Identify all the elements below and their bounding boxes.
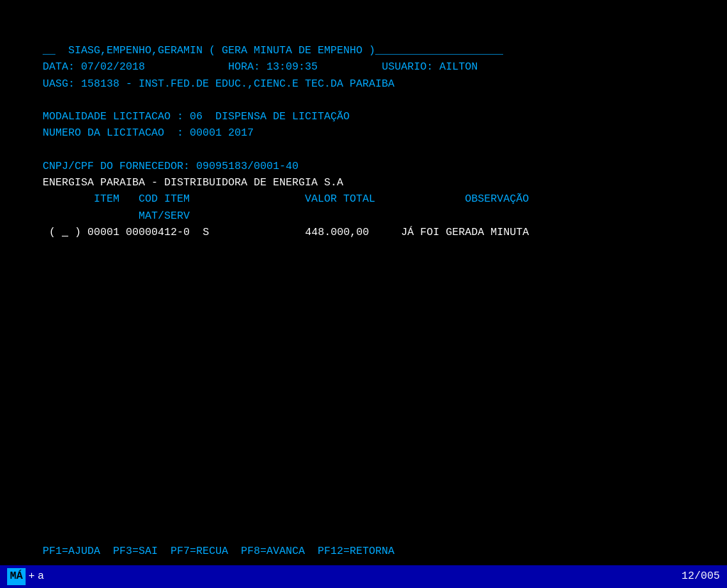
modalidade-line: MODALIDADE LICITACAO : 06 DISPENSA DE LI… bbox=[43, 109, 684, 125]
numero-value: 00001 2017 bbox=[190, 127, 254, 139]
data-hora-line: DATA: 07/02/2018 HORA: 13:09:35 USUARIO:… bbox=[43, 59, 684, 75]
col-valor-total-header: VALOR TOTAL bbox=[305, 193, 375, 205]
status-bar: MÁ + a 12/005 bbox=[0, 565, 727, 588]
data-label: DATA: bbox=[43, 61, 75, 73]
status-left: MÁ + a bbox=[7, 568, 682, 584]
modalidade-label: MODALIDADE LICITACAO : bbox=[43, 111, 183, 123]
spacer-2 bbox=[43, 142, 684, 158]
numero-line: NUMERO DA LICITACAO : 00001 2017 bbox=[43, 125, 684, 141]
usuario-value: AILTON bbox=[439, 61, 478, 73]
function-keys-bar: PF1=AJUDA PF3=SAI PF7=RECUA PF8=AVANCA P… bbox=[43, 543, 394, 560]
usuario-label: USUARIO: bbox=[382, 61, 433, 73]
col-mat-serv-header: MAT/SERV bbox=[139, 210, 190, 222]
row-mat-serv: S bbox=[203, 227, 209, 239]
row-observacao: JÁ FOI GERADA MINUTA bbox=[401, 227, 529, 239]
cnpj-label: CNPJ/CPF DO FORNECEDOR: bbox=[43, 160, 190, 173]
cnpj-line: CNPJ/CPF DO FORNECEDOR: 09095183/0001-40 bbox=[43, 158, 684, 175]
col-observacao-header: OBSERVAÇÃO bbox=[465, 193, 529, 205]
header-title-line: __ SIASG,EMPENHO,GERAMIN ( GERA MINUTA D… bbox=[43, 43, 684, 59]
status-ma-label: MÁ bbox=[7, 568, 26, 584]
cnpj-value: 09095183/0001-40 bbox=[196, 160, 298, 173]
row-item: 00001 bbox=[87, 227, 119, 239]
main-content: __ SIASG,EMPENHO,GERAMIN ( GERA MINUTA D… bbox=[0, 0, 727, 241]
spacer-1 bbox=[43, 92, 684, 109]
status-plus: + bbox=[28, 568, 35, 584]
col-item-header: ITEM bbox=[94, 193, 119, 205]
status-letter: a bbox=[38, 568, 44, 584]
table-header-row2: MAT/SERV bbox=[43, 208, 684, 224]
hora-label: HORA: bbox=[228, 61, 260, 73]
hora-value: 13:09:35 bbox=[266, 61, 318, 73]
row-checkbox[interactable]: ( _ ) bbox=[49, 227, 81, 239]
uasg-value: 158138 - INST.FED.DE EDUC.,CIENC.E TEC.D… bbox=[81, 78, 394, 90]
terminal-screen: __ SIASG,EMPENHO,GERAMIN ( GERA MINUTA D… bbox=[0, 0, 727, 588]
row-valor-total: 448.000,00 bbox=[305, 227, 369, 239]
status-page-number: 12/005 bbox=[682, 568, 720, 584]
col-cod-item-header: COD ITEM bbox=[139, 193, 190, 205]
data-value: 07/02/2018 bbox=[81, 61, 145, 73]
uasg-label: UASG: bbox=[43, 78, 75, 90]
uasg-line: UASG: 158138 - INST.FED.DE EDUC.,CIENC.E… bbox=[43, 76, 684, 92]
row-cod-item: 00000412-0 bbox=[126, 227, 190, 239]
table-header-row1: ITEM COD ITEM VALOR TOTAL OBSERVAÇÃO bbox=[43, 191, 684, 207]
table-data-row: ( _ ) 00001 00000412-0 S 448.000,00 JÁ F… bbox=[43, 224, 684, 241]
numero-label: NUMERO DA LICITACAO : bbox=[43, 127, 183, 139]
fornecedor-name-line: ENERGISA PARAIBA - DISTRIBUIDORA DE ENER… bbox=[43, 175, 684, 191]
modalidade-value: 06 DISPENSA DE LICITAÇÃO bbox=[190, 111, 350, 123]
